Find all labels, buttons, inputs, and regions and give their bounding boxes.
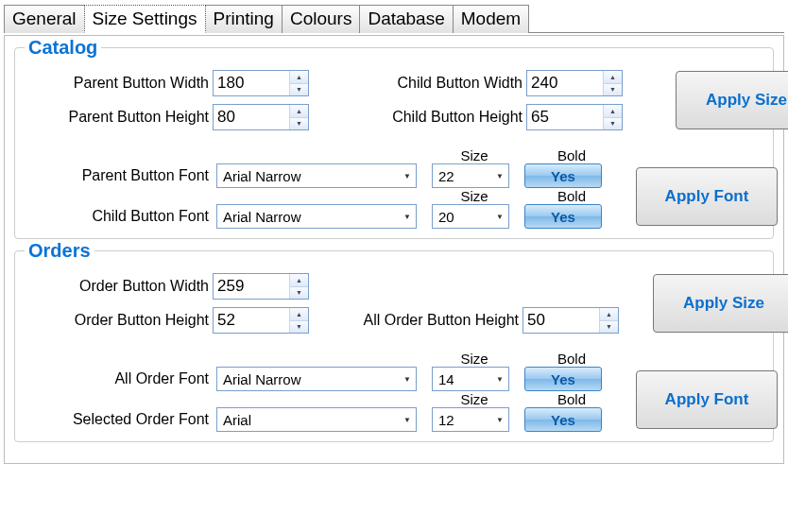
tab-size-settings[interactable]: Size Settings [84,5,206,33]
spin-down-icon[interactable]: ▼ [600,320,618,334]
spin-up-icon[interactable]: ▲ [290,105,308,117]
child-font-size-value: 20 [433,205,491,228]
spin-up-icon[interactable]: ▲ [604,105,622,117]
label-size: Size [432,391,517,407]
order-height-input[interactable] [214,308,289,333]
chevron-down-icon[interactable]: ▼ [491,205,508,228]
orders-apply-size-button[interactable]: Apply Size [653,274,788,333]
spin-up-icon[interactable]: ▲ [604,71,622,83]
chevron-down-icon[interactable]: ▼ [491,164,508,187]
label-size: Size [432,351,517,367]
chevron-down-icon[interactable]: ▼ [399,408,416,431]
parent-font-value: Arial Narrow [217,164,399,187]
parent-width-input[interactable] [214,71,289,95]
catalog-apply-size-button[interactable]: Apply Size [676,71,788,129]
spin-up-icon[interactable]: ▲ [600,308,618,320]
order-width-input[interactable] [214,274,289,299]
parent-font-combo[interactable]: Arial Narrow ▼ [216,163,417,188]
order-width-spinner[interactable]: ▲▼ [213,273,309,300]
label-order-width: Order Button Width [25,278,209,295]
tab-database[interactable]: Database [359,5,453,33]
label-bold: Bold [524,351,619,367]
chevron-down-icon[interactable]: ▼ [491,408,508,431]
label-parent-width: Parent Button Width [25,75,209,92]
order-height-spinner[interactable]: ▲▼ [213,307,309,334]
spin-up-icon[interactable]: ▲ [290,308,308,320]
child-font-combo[interactable]: Arial Narrow ▼ [216,204,417,229]
child-height-spinner[interactable]: ▲▼ [526,104,623,130]
parent-height-spinner[interactable]: ▲▼ [213,104,309,130]
all-order-font-size-combo[interactable]: 14 ▼ [432,367,509,391]
child-font-size-combo[interactable]: 20 ▼ [432,204,509,229]
child-font-value: Arial Narrow [217,205,399,228]
selected-order-font-size-combo[interactable]: 12 ▼ [432,407,509,432]
selected-order-font-size-value: 12 [433,408,491,431]
chevron-down-icon[interactable]: ▼ [491,368,508,390]
all-order-font-size-value: 14 [433,368,491,390]
tab-modem[interactable]: Modem [453,5,529,33]
spin-down-icon[interactable]: ▼ [290,286,308,300]
spin-down-icon[interactable]: ▼ [290,117,308,130]
all-order-height-input[interactable] [523,308,599,333]
label-all-order-font: All Order Font [114,370,209,387]
spin-down-icon[interactable]: ▼ [290,83,308,96]
label-parent-font: Parent Button Font [82,167,209,184]
label-parent-height: Parent Button Height [25,109,209,126]
child-height-input[interactable] [527,105,603,129]
spin-down-icon[interactable]: ▼ [290,320,308,334]
child-bold-toggle[interactable]: Yes [524,204,602,229]
catalog-apply-font-button[interactable]: Apply Font [636,167,778,226]
chevron-down-icon[interactable]: ▼ [399,164,416,187]
chevron-down-icon[interactable]: ▼ [399,368,416,390]
child-width-input[interactable] [527,71,603,95]
parent-font-size-value: 22 [433,164,491,187]
parent-bold-toggle[interactable]: Yes [524,163,602,188]
selected-order-font-combo[interactable]: Arial ▼ [216,407,417,432]
group-catalog: Catalog Parent Button Width ▲▼ Child But… [14,47,774,239]
all-order-font-combo[interactable]: Arial Narrow ▼ [216,367,417,391]
label-order-height: Order Button Height [25,312,209,329]
label-bold: Bold [524,147,619,163]
parent-font-size-combo[interactable]: 22 ▼ [432,163,509,188]
group-title-orders: Orders [25,240,94,262]
tab-printing[interactable]: Printing [205,5,283,33]
tab-bar: General Size Settings Printing Colours D… [4,4,784,33]
parent-height-input[interactable] [214,105,289,129]
label-child-width: Child Button Width [362,75,522,92]
spin-down-icon[interactable]: ▼ [604,83,622,96]
orders-apply-font-button[interactable]: Apply Font [636,370,778,429]
child-width-spinner[interactable]: ▲▼ [526,70,623,96]
spin-up-icon[interactable]: ▲ [290,71,308,83]
group-orders: Orders Order Button Width ▲▼ Apply Size … [14,250,774,442]
settings-panel: Catalog Parent Button Width ▲▼ Child But… [4,35,784,464]
all-order-bold-toggle[interactable]: Yes [524,367,602,391]
tab-general[interactable]: General [4,5,85,33]
label-child-height: Child Button Height [362,109,522,126]
label-bold: Bold [524,188,619,204]
spin-down-icon[interactable]: ▼ [604,117,622,130]
parent-width-spinner[interactable]: ▲▼ [213,70,309,96]
label-bold: Bold [524,391,619,407]
selected-order-bold-toggle[interactable]: Yes [524,407,602,432]
label-all-order-height: All Order Button Height [320,312,519,329]
group-title-catalog: Catalog [25,37,101,59]
all-order-font-value: Arial Narrow [217,368,399,390]
label-child-font: Child Button Font [92,208,209,225]
selected-order-font-value: Arial [217,408,399,431]
tab-colours[interactable]: Colours [282,5,360,33]
all-order-height-spinner[interactable]: ▲▼ [522,307,619,334]
spin-up-icon[interactable]: ▲ [290,274,308,286]
label-size: Size [432,188,517,204]
chevron-down-icon[interactable]: ▼ [399,205,416,228]
label-selected-order-font: Selected Order Font [73,411,209,428]
label-size: Size [432,147,517,163]
